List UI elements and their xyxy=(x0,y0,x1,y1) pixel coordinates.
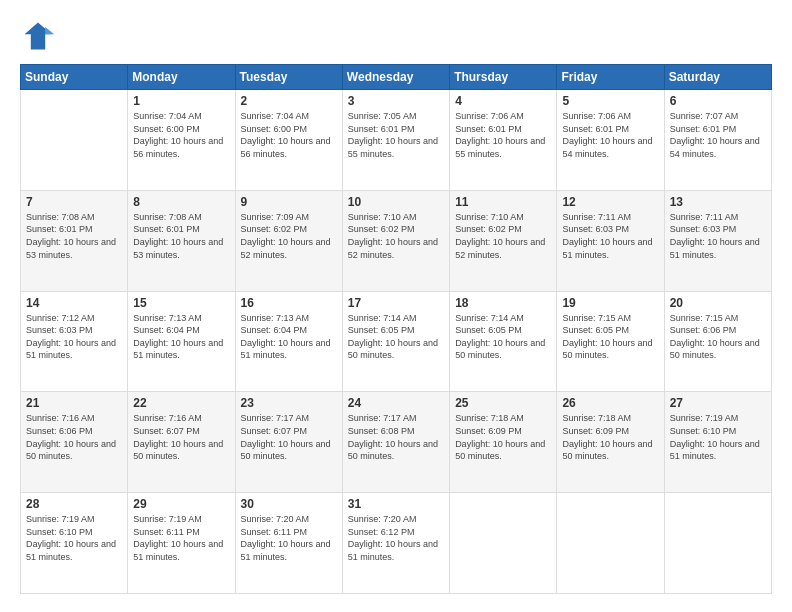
day-number: 5 xyxy=(562,94,658,108)
calendar-cell: 31Sunrise: 7:20 AMSunset: 6:12 PMDayligh… xyxy=(342,493,449,594)
calendar-cell: 26Sunrise: 7:18 AMSunset: 6:09 PMDayligh… xyxy=(557,392,664,493)
day-number: 16 xyxy=(241,296,337,310)
calendar-cell xyxy=(664,493,771,594)
logo-icon xyxy=(20,18,56,54)
calendar-cell: 1Sunrise: 7:04 AMSunset: 6:00 PMDaylight… xyxy=(128,90,235,191)
day-info: Sunrise: 7:20 AMSunset: 6:11 PMDaylight:… xyxy=(241,513,337,563)
calendar-cell xyxy=(557,493,664,594)
day-info: Sunrise: 7:16 AMSunset: 6:07 PMDaylight:… xyxy=(133,412,229,462)
day-number: 2 xyxy=(241,94,337,108)
day-info: Sunrise: 7:15 AMSunset: 6:06 PMDaylight:… xyxy=(670,312,766,362)
calendar-header-row: SundayMondayTuesdayWednesdayThursdayFrid… xyxy=(21,65,772,90)
day-info: Sunrise: 7:05 AMSunset: 6:01 PMDaylight:… xyxy=(348,110,444,160)
calendar-cell: 15Sunrise: 7:13 AMSunset: 6:04 PMDayligh… xyxy=(128,291,235,392)
header xyxy=(20,18,772,54)
weekday-header-saturday: Saturday xyxy=(664,65,771,90)
day-number: 29 xyxy=(133,497,229,511)
day-number: 7 xyxy=(26,195,122,209)
calendar-week-3: 14Sunrise: 7:12 AMSunset: 6:03 PMDayligh… xyxy=(21,291,772,392)
calendar-cell: 11Sunrise: 7:10 AMSunset: 6:02 PMDayligh… xyxy=(450,190,557,291)
calendar-table: SundayMondayTuesdayWednesdayThursdayFrid… xyxy=(20,64,772,594)
day-number: 31 xyxy=(348,497,444,511)
calendar-cell: 29Sunrise: 7:19 AMSunset: 6:11 PMDayligh… xyxy=(128,493,235,594)
day-info: Sunrise: 7:17 AMSunset: 6:08 PMDaylight:… xyxy=(348,412,444,462)
calendar-cell: 9Sunrise: 7:09 AMSunset: 6:02 PMDaylight… xyxy=(235,190,342,291)
calendar-cell: 19Sunrise: 7:15 AMSunset: 6:05 PMDayligh… xyxy=(557,291,664,392)
calendar-cell: 4Sunrise: 7:06 AMSunset: 6:01 PMDaylight… xyxy=(450,90,557,191)
calendar-cell: 6Sunrise: 7:07 AMSunset: 6:01 PMDaylight… xyxy=(664,90,771,191)
day-number: 17 xyxy=(348,296,444,310)
day-number: 22 xyxy=(133,396,229,410)
day-info: Sunrise: 7:19 AMSunset: 6:10 PMDaylight:… xyxy=(26,513,122,563)
weekday-header-sunday: Sunday xyxy=(21,65,128,90)
day-number: 4 xyxy=(455,94,551,108)
day-info: Sunrise: 7:10 AMSunset: 6:02 PMDaylight:… xyxy=(348,211,444,261)
calendar-cell: 20Sunrise: 7:15 AMSunset: 6:06 PMDayligh… xyxy=(664,291,771,392)
calendar-cell: 21Sunrise: 7:16 AMSunset: 6:06 PMDayligh… xyxy=(21,392,128,493)
svg-marker-0 xyxy=(25,23,52,50)
weekday-header-tuesday: Tuesday xyxy=(235,65,342,90)
calendar-cell: 28Sunrise: 7:19 AMSunset: 6:10 PMDayligh… xyxy=(21,493,128,594)
day-number: 13 xyxy=(670,195,766,209)
calendar-cell: 23Sunrise: 7:17 AMSunset: 6:07 PMDayligh… xyxy=(235,392,342,493)
day-info: Sunrise: 7:09 AMSunset: 6:02 PMDaylight:… xyxy=(241,211,337,261)
day-info: Sunrise: 7:15 AMSunset: 6:05 PMDaylight:… xyxy=(562,312,658,362)
day-info: Sunrise: 7:06 AMSunset: 6:01 PMDaylight:… xyxy=(455,110,551,160)
calendar-cell: 18Sunrise: 7:14 AMSunset: 6:05 PMDayligh… xyxy=(450,291,557,392)
day-number: 18 xyxy=(455,296,551,310)
calendar-cell: 5Sunrise: 7:06 AMSunset: 6:01 PMDaylight… xyxy=(557,90,664,191)
calendar-cell: 8Sunrise: 7:08 AMSunset: 6:01 PMDaylight… xyxy=(128,190,235,291)
calendar-week-4: 21Sunrise: 7:16 AMSunset: 6:06 PMDayligh… xyxy=(21,392,772,493)
page: SundayMondayTuesdayWednesdayThursdayFrid… xyxy=(0,0,792,612)
day-number: 23 xyxy=(241,396,337,410)
calendar-cell: 12Sunrise: 7:11 AMSunset: 6:03 PMDayligh… xyxy=(557,190,664,291)
calendar-cell: 16Sunrise: 7:13 AMSunset: 6:04 PMDayligh… xyxy=(235,291,342,392)
day-info: Sunrise: 7:19 AMSunset: 6:11 PMDaylight:… xyxy=(133,513,229,563)
calendar-cell: 2Sunrise: 7:04 AMSunset: 6:00 PMDaylight… xyxy=(235,90,342,191)
svg-marker-1 xyxy=(45,27,54,34)
day-info: Sunrise: 7:06 AMSunset: 6:01 PMDaylight:… xyxy=(562,110,658,160)
day-number: 28 xyxy=(26,497,122,511)
calendar-cell: 24Sunrise: 7:17 AMSunset: 6:08 PMDayligh… xyxy=(342,392,449,493)
weekday-header-monday: Monday xyxy=(128,65,235,90)
day-number: 12 xyxy=(562,195,658,209)
day-info: Sunrise: 7:11 AMSunset: 6:03 PMDaylight:… xyxy=(562,211,658,261)
day-info: Sunrise: 7:13 AMSunset: 6:04 PMDaylight:… xyxy=(133,312,229,362)
day-number: 6 xyxy=(670,94,766,108)
day-number: 30 xyxy=(241,497,337,511)
calendar-cell xyxy=(21,90,128,191)
day-info: Sunrise: 7:17 AMSunset: 6:07 PMDaylight:… xyxy=(241,412,337,462)
day-number: 24 xyxy=(348,396,444,410)
calendar-cell xyxy=(450,493,557,594)
calendar-week-1: 1Sunrise: 7:04 AMSunset: 6:00 PMDaylight… xyxy=(21,90,772,191)
day-number: 20 xyxy=(670,296,766,310)
day-number: 26 xyxy=(562,396,658,410)
calendar-week-2: 7Sunrise: 7:08 AMSunset: 6:01 PMDaylight… xyxy=(21,190,772,291)
weekday-header-wednesday: Wednesday xyxy=(342,65,449,90)
day-number: 10 xyxy=(348,195,444,209)
calendar-cell: 13Sunrise: 7:11 AMSunset: 6:03 PMDayligh… xyxy=(664,190,771,291)
day-number: 1 xyxy=(133,94,229,108)
day-number: 8 xyxy=(133,195,229,209)
day-info: Sunrise: 7:20 AMSunset: 6:12 PMDaylight:… xyxy=(348,513,444,563)
day-number: 27 xyxy=(670,396,766,410)
day-number: 9 xyxy=(241,195,337,209)
calendar-cell: 7Sunrise: 7:08 AMSunset: 6:01 PMDaylight… xyxy=(21,190,128,291)
day-info: Sunrise: 7:14 AMSunset: 6:05 PMDaylight:… xyxy=(348,312,444,362)
day-info: Sunrise: 7:10 AMSunset: 6:02 PMDaylight:… xyxy=(455,211,551,261)
day-info: Sunrise: 7:08 AMSunset: 6:01 PMDaylight:… xyxy=(133,211,229,261)
calendar-cell: 25Sunrise: 7:18 AMSunset: 6:09 PMDayligh… xyxy=(450,392,557,493)
calendar-cell: 3Sunrise: 7:05 AMSunset: 6:01 PMDaylight… xyxy=(342,90,449,191)
day-info: Sunrise: 7:16 AMSunset: 6:06 PMDaylight:… xyxy=(26,412,122,462)
day-number: 21 xyxy=(26,396,122,410)
calendar-week-5: 28Sunrise: 7:19 AMSunset: 6:10 PMDayligh… xyxy=(21,493,772,594)
day-number: 25 xyxy=(455,396,551,410)
calendar-cell: 17Sunrise: 7:14 AMSunset: 6:05 PMDayligh… xyxy=(342,291,449,392)
logo xyxy=(20,18,62,54)
day-info: Sunrise: 7:18 AMSunset: 6:09 PMDaylight:… xyxy=(562,412,658,462)
day-info: Sunrise: 7:18 AMSunset: 6:09 PMDaylight:… xyxy=(455,412,551,462)
calendar-cell: 10Sunrise: 7:10 AMSunset: 6:02 PMDayligh… xyxy=(342,190,449,291)
day-number: 14 xyxy=(26,296,122,310)
day-number: 11 xyxy=(455,195,551,209)
calendar-cell: 14Sunrise: 7:12 AMSunset: 6:03 PMDayligh… xyxy=(21,291,128,392)
